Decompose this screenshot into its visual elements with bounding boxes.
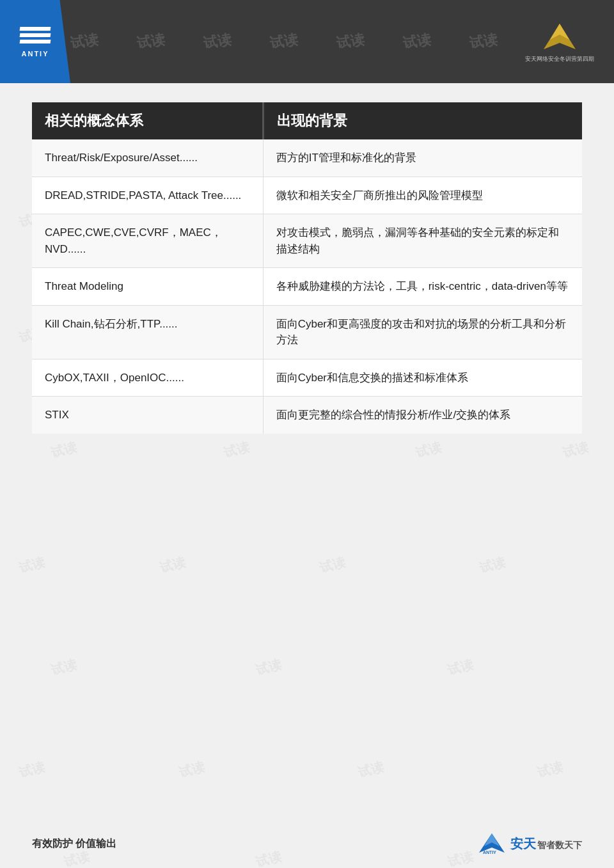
concept-table: 相关的概念体系 出现的背景 Threat/Risk/Exposure/Asset… bbox=[32, 102, 582, 434]
footer-left-text: 有效防护 价值输出 bbox=[32, 837, 116, 851]
footer: 有效防护 价值输出 ANTIY 安天智者数天下 bbox=[32, 832, 582, 855]
col1-header: 相关的概念体系 bbox=[32, 102, 263, 139]
table-cell-background: 面向Cyber和信息交换的描述和标准体系 bbox=[263, 359, 582, 397]
table-cell-concept: Kill Chain,钻石分析,TTP...... bbox=[32, 305, 263, 359]
table-row: STIX面向更完整的综合性的情报分析/作业/交换的体系 bbox=[32, 397, 582, 434]
table-cell-background: 微软和相关安全厂商所推出的风险管理模型 bbox=[263, 177, 582, 214]
table-cell-background: 各种威胁建模的方法论，工具，risk-centric，data-driven等等 bbox=[263, 268, 582, 306]
footer-brand-sub: 智者数天下 bbox=[537, 840, 582, 850]
header-watermark: 试读 试读 试读 试读 试读 试读 试读 试读 bbox=[70, 0, 512, 83]
footer-right: ANTIY 安天智者数天下 bbox=[478, 832, 582, 855]
watermark-6: 试读 bbox=[402, 30, 432, 53]
table-cell-concept: STIX bbox=[32, 397, 263, 434]
table-row: CAPEC,CWE,CVE,CVRF，MAEC，NVD......对攻击模式，脆… bbox=[32, 214, 582, 268]
top-right-logo: 安天网络安全冬训营第四期 bbox=[512, 6, 608, 77]
table-row: DREAD,STRIDE,PASTA, Attack Tree......微软和… bbox=[32, 177, 582, 214]
main-content: 相关的概念体系 出现的背景 Threat/Risk/Exposure/Asset… bbox=[32, 102, 582, 817]
table-row: Threat Modeling各种威胁建模的方法论，工具，risk-centri… bbox=[32, 268, 582, 306]
logo-text: ANTIY bbox=[22, 50, 49, 58]
watermark-4: 试读 bbox=[269, 30, 299, 53]
logo-block: ANTIY bbox=[0, 0, 70, 83]
table-cell-background: 对攻击模式，脆弱点，漏洞等各种基础的安全元素的标定和描述结构 bbox=[263, 214, 582, 268]
table-cell-concept: Threat Modeling bbox=[32, 268, 263, 306]
header: ANTIY 试读 试读 试读 试读 试读 试读 试读 试读 安天网络安全冬训营第… bbox=[0, 0, 614, 83]
footer-logo-icon: ANTIY bbox=[478, 832, 507, 855]
table-row: CybOX,TAXII，OpenIOC......面向Cyber和信息交换的描述… bbox=[32, 359, 582, 397]
top-right-caption: 安天网络安全冬训营第四期 bbox=[525, 55, 594, 63]
footer-brand-text: 安天智者数天下 bbox=[510, 835, 582, 853]
watermark-7: 试读 bbox=[468, 30, 499, 53]
table-row: Kill Chain,钻石分析,TTP......面向Cyber和更高强度的攻击… bbox=[32, 305, 582, 359]
table-row: Threat/Risk/Exposure/Asset......西方的IT管理和… bbox=[32, 139, 582, 177]
table-cell-concept: CAPEC,CWE,CVE,CVRF，MAEC，NVD...... bbox=[32, 214, 263, 268]
col2-header: 出现的背景 bbox=[263, 102, 582, 139]
table-cell-background: 面向Cyber和更高强度的攻击和对抗的场景的分析工具和分析方法 bbox=[263, 305, 582, 359]
table-cell-background: 面向更完整的综合性的情报分析/作业/交换的体系 bbox=[263, 397, 582, 434]
table-cell-concept: Threat/Risk/Exposure/Asset...... bbox=[32, 139, 263, 177]
svg-text:ANTIY: ANTIY bbox=[483, 850, 496, 855]
watermark-3: 试读 bbox=[202, 30, 233, 53]
watermark-2: 试读 bbox=[136, 30, 166, 53]
watermark-1: 试读 bbox=[70, 30, 100, 53]
logo-chevron-icon bbox=[20, 26, 51, 45]
watermark-5: 试读 bbox=[335, 30, 366, 53]
table-cell-concept: DREAD,STRIDE,PASTA, Attack Tree...... bbox=[32, 177, 263, 214]
top-right-icon bbox=[540, 20, 579, 52]
table-cell-concept: CybOX,TAXII，OpenIOC...... bbox=[32, 359, 263, 397]
table-cell-background: 西方的IT管理和标准化的背景 bbox=[263, 139, 582, 177]
